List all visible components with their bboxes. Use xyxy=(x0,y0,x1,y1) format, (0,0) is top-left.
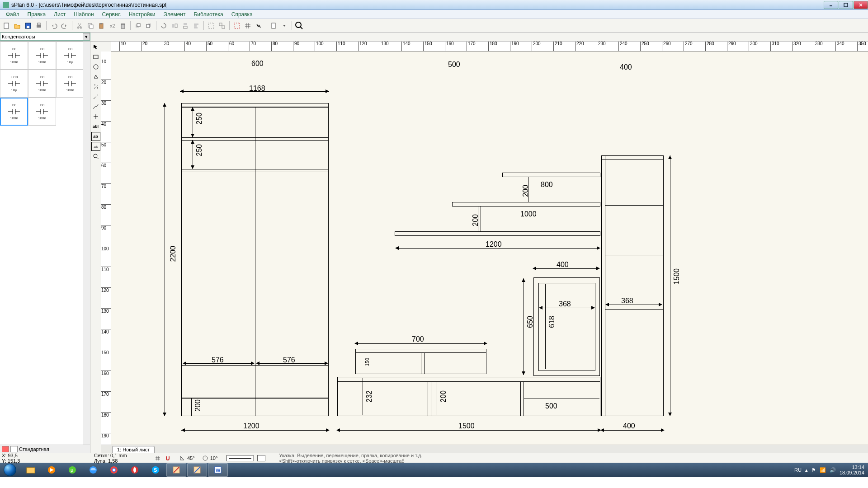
tray-volume-icon[interactable]: 🔊 xyxy=(830,467,836,473)
text-tool-icon[interactable]: abI xyxy=(91,122,100,131)
text-frame-tool-icon[interactable]: ab xyxy=(91,132,100,141)
image-tool-icon[interactable] xyxy=(91,142,100,151)
library-component[interactable]: C0100n xyxy=(0,98,28,126)
new-icon[interactable] xyxy=(1,21,11,31)
bezier-tool-icon[interactable] xyxy=(91,102,100,111)
svg-rect-7 xyxy=(37,25,41,28)
find-icon[interactable] xyxy=(254,21,264,31)
taskbar-wmp-icon[interactable] xyxy=(42,463,61,477)
menu-edit[interactable]: Правка xyxy=(24,10,50,19)
start-button[interactable] xyxy=(0,463,20,477)
fill-selector[interactable] xyxy=(257,455,265,461)
svg-text:S: S xyxy=(154,467,157,473)
menu-service[interactable]: Сервис xyxy=(98,10,125,19)
svg-point-87 xyxy=(133,467,136,473)
svg-rect-25 xyxy=(175,24,177,28)
taskbar-word-icon[interactable]: W xyxy=(208,463,228,477)
tray-network-icon[interactable]: 📶 xyxy=(820,467,826,473)
line-style-selector[interactable] xyxy=(226,455,254,461)
mirror-v-icon[interactable] xyxy=(180,21,190,31)
tray-chevron-up-icon[interactable]: ▴ xyxy=(805,467,808,473)
align-icon[interactable] xyxy=(191,21,201,31)
grid-status-icon[interactable] xyxy=(153,453,163,463)
menu-sheet[interactable]: Лист xyxy=(50,10,70,19)
node-tool-icon[interactable] xyxy=(91,112,100,121)
svg-line-76 xyxy=(97,157,99,159)
close-button[interactable] xyxy=(854,1,868,9)
library-component[interactable]: C0100n xyxy=(56,70,84,98)
library-component[interactable]: C0100n xyxy=(28,70,56,98)
group-icon[interactable] xyxy=(206,21,216,31)
back-icon[interactable] xyxy=(144,21,154,31)
svg-rect-24 xyxy=(172,24,174,28)
taskbar-splan-icon[interactable] xyxy=(166,463,186,477)
taskbar-chrome-icon[interactable] xyxy=(104,463,124,477)
menu-element[interactable]: Элемент xyxy=(160,10,190,19)
menu-template[interactable]: Шаблон xyxy=(70,10,98,19)
rotate-icon[interactable] xyxy=(159,21,169,31)
paste-icon[interactable] xyxy=(96,21,106,31)
library-dropdown[interactable]: Конденсаторы ▾ xyxy=(0,33,90,41)
angle10-icon[interactable] xyxy=(200,453,210,463)
page-dd-icon[interactable] xyxy=(279,21,289,31)
ungroup-icon[interactable] xyxy=(217,21,227,31)
tool-palette: abI ab xyxy=(90,42,101,453)
zoom-icon[interactable] xyxy=(294,21,304,31)
page-tab[interactable]: 1: Новый лист xyxy=(112,446,155,453)
special-tool-icon[interactable] xyxy=(91,82,100,91)
dim-label: 1200 xyxy=(243,422,259,430)
dim-label: 200 xyxy=(522,185,530,197)
rect-tool-icon[interactable] xyxy=(91,52,100,61)
duplicate-icon[interactable]: x2 xyxy=(107,21,117,31)
undo-icon[interactable] xyxy=(49,21,59,31)
open-icon[interactable] xyxy=(12,21,22,31)
line-tool-icon[interactable] xyxy=(91,92,100,101)
library-scrollbar[interactable] xyxy=(83,42,90,445)
taskbar-skype-icon[interactable]: S xyxy=(146,463,165,477)
maximize-button[interactable] xyxy=(839,1,853,9)
library-component[interactable]: C0100n xyxy=(0,42,28,70)
library-component[interactable]: + C010μ xyxy=(0,70,28,98)
tray-clock[interactable]: 13:14 18.09.2014 xyxy=(840,465,864,475)
svg-rect-34 xyxy=(234,23,240,28)
redo-icon[interactable] xyxy=(60,21,70,31)
magnet-status-icon[interactable] xyxy=(163,453,173,463)
taskbar-utorrent-icon[interactable]: μ xyxy=(62,463,82,477)
drawing-canvas[interactable]: 600 500 400 1168 xyxy=(111,52,868,445)
save-icon[interactable] xyxy=(23,21,33,31)
taskbar-explorer-icon[interactable] xyxy=(21,463,41,477)
front-icon[interactable] xyxy=(133,21,143,31)
taskbar-app2-icon[interactable] xyxy=(187,463,207,477)
print-icon[interactable] xyxy=(34,21,44,31)
dim-label: 250 xyxy=(195,144,203,156)
menu-file[interactable]: Файл xyxy=(2,10,24,19)
menu-library[interactable]: Библиотека xyxy=(189,10,227,19)
cut-icon[interactable] xyxy=(75,21,85,31)
snap-icon[interactable] xyxy=(232,21,242,31)
menu-settings[interactable]: Настройки xyxy=(125,10,160,19)
library-component[interactable]: C0100n xyxy=(28,98,56,126)
tray-lang[interactable]: RU xyxy=(794,467,802,473)
dim-label: 700 xyxy=(412,335,424,343)
mirror-h-icon[interactable] xyxy=(170,21,179,31)
library-component[interactable]: C0100n xyxy=(28,42,56,70)
delete-icon[interactable] xyxy=(118,21,128,31)
poly-tool-icon[interactable] xyxy=(91,72,100,81)
pointer-tool-icon[interactable] xyxy=(91,42,100,52)
dim-label: 1500 xyxy=(458,422,475,430)
minimize-button[interactable] xyxy=(824,1,838,9)
zoom-tool-icon[interactable] xyxy=(91,152,100,161)
grid-icon[interactable] xyxy=(243,21,253,31)
circle-tool-icon[interactable] xyxy=(91,62,100,71)
copy-icon[interactable] xyxy=(85,21,95,31)
page: 600 500 400 1168 xyxy=(116,56,776,445)
menu-help[interactable]: Справка xyxy=(227,10,257,19)
taskbar-ie-icon[interactable] xyxy=(83,463,103,477)
taskbar-opera-icon[interactable] xyxy=(125,463,145,477)
angle45-icon[interactable] xyxy=(177,453,187,463)
menubar: Файл Правка Лист Шаблон Сервис Настройки… xyxy=(0,10,868,19)
page-icon[interactable] xyxy=(269,21,278,31)
tray-flag-icon[interactable]: ⚑ xyxy=(811,467,816,473)
dim-label: 400 xyxy=(623,422,635,430)
library-component[interactable]: C010μ xyxy=(56,42,84,70)
